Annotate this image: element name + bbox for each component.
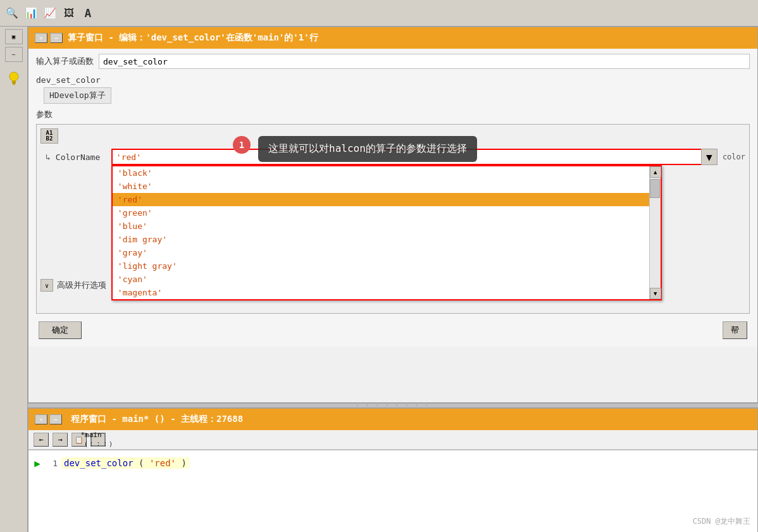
prog-close-btn[interactable]: ✕ <box>35 414 47 424</box>
left-sidebar: ▣ — <box>0 27 28 532</box>
win-min-btn[interactable]: — <box>50 33 63 43</box>
dropdown-items: 'black' 'white' 'red' 'green' 'blue' 'di… <box>113 166 649 299</box>
prog-tab-label: *main（：：：） <box>81 431 116 448</box>
search-icon[interactable]: 🔍 <box>5 6 19 20</box>
bottom-buttons: 确定 帮 <box>36 319 750 342</box>
annotation-bubble: 这里就可以对halcon的算子的参数进行选择 <box>258 136 477 162</box>
csdn-watermark: CSDN @龙中舞王 <box>693 516 750 527</box>
help-button[interactable]: 帮 <box>723 321 747 339</box>
code-paren-open: ( <box>139 458 144 468</box>
annotation-number: 1 <box>233 136 251 154</box>
code-text: dev_set_color ( 'red' ) <box>61 457 189 469</box>
param-type-label: color <box>723 152 745 161</box>
dropdown-scrollbar[interactable]: ▲ ▼ <box>649 166 661 299</box>
window-separator[interactable]: · · · · · · · · <box>28 403 758 408</box>
operator-type: HDevelop算子 <box>44 87 111 104</box>
svg-rect-3 <box>13 84 15 85</box>
scroll-track[interactable] <box>650 178 661 288</box>
dropdown-item-lightgray[interactable]: 'light gray' <box>113 259 649 273</box>
dropdown-item-magenta[interactable]: 'magenta' <box>113 286 649 299</box>
prog-min-btn[interactable]: — <box>49 414 62 424</box>
code-line-number: 1 <box>46 459 61 468</box>
chart-icon[interactable]: 📊 <box>24 6 38 20</box>
prog-back-btn[interactable]: ← <box>34 433 49 447</box>
code-arrow-icon: ▶ <box>28 457 46 469</box>
scroll-thumb[interactable] <box>650 179 660 198</box>
program-window: ✕ — 程序窗口 - main* () - 主线程：27688 ← → 📋 *m… <box>28 408 758 532</box>
font-icon[interactable]: A <box>81 6 95 20</box>
operator-window: ✕ — 算子窗口 - 编辑：'dev_set_color'在函数'main'的'… <box>28 27 758 403</box>
close-btn[interactable]: ▣ <box>5 29 23 44</box>
advanced-label: 高级并行选项 <box>57 280 106 291</box>
confirm-button[interactable]: 确定 <box>39 321 82 339</box>
operator-name: dev_set_color <box>36 75 750 85</box>
prog-corner-btns: ✕ — <box>35 414 62 424</box>
code-area: ▶ 1 dev_set_color ( 'red' ) <box>28 450 757 532</box>
code-fn-name: dev_set_color <box>64 458 134 468</box>
program-title-text: 程序窗口 - main* () - 主线程：27688 <box>71 414 243 425</box>
dropdown-item-blue[interactable]: 'blue' <box>113 220 649 233</box>
dropdown-item-white[interactable]: 'white' <box>113 180 649 193</box>
expand-advanced-btn[interactable]: ∨ <box>40 279 53 292</box>
code-line-1: ▶ 1 dev_set_color ( 'red' ) <box>28 454 757 472</box>
operator-window-body: 输入算子或函数 dev_set_color HDevelop算子 参数 A1B2 <box>28 49 757 347</box>
input-row: 输入算子或函数 <box>36 54 750 69</box>
dropdown-scrollbar-area: 'black' 'white' 'red' 'green' 'blue' 'di… <box>113 166 661 299</box>
dropdown-item-cyan[interactable]: 'cyan' <box>113 273 649 286</box>
dropdown-item-black[interactable]: 'black' <box>113 166 649 180</box>
scroll-up-btn[interactable]: ▲ <box>650 166 661 178</box>
dropdown-item-dimgray[interactable]: 'dim gray' <box>113 233 649 246</box>
param-name-colorname: ColorName <box>56 152 106 162</box>
graph-icon[interactable]: 📈 <box>43 6 57 20</box>
svg-rect-1 <box>12 81 16 82</box>
minimize-btn[interactable]: — <box>5 47 23 62</box>
color-dropdown[interactable]: 'black' 'white' 'red' 'green' 'blue' 'di… <box>111 165 662 300</box>
params-label: 参数 <box>36 109 750 120</box>
operator-input[interactable] <box>99 54 750 69</box>
params-icon-a1b2[interactable]: A1B2 <box>40 128 58 144</box>
param-dropdown-btn[interactable]: ▼ <box>701 149 718 165</box>
input-label: 输入算子或函数 <box>36 56 94 67</box>
code-paren-close: ) <box>181 458 186 468</box>
svg-rect-2 <box>12 82 16 84</box>
params-area: A1B2 ↳ ColorName ▼ <box>36 124 750 314</box>
dropdown-item-green[interactable]: 'green' <box>113 206 649 220</box>
scroll-down-btn[interactable]: ▼ <box>650 288 661 299</box>
program-window-title: ✕ — 程序窗口 - main* () - 主线程：27688 <box>28 409 757 430</box>
image-icon[interactable]: 🖼 <box>62 6 76 20</box>
param-arrow-icon: ↳ <box>46 152 51 162</box>
dropdown-item-gray[interactable]: 'gray' <box>113 246 649 259</box>
content-area: ✕ — 算子窗口 - 编辑：'dev_set_color'在函数'main'的'… <box>28 27 758 532</box>
operator-window-title: ✕ — 算子窗口 - 编辑：'dev_set_color'在函数'main'的'… <box>28 27 757 49</box>
main-layout: ▣ — ✕ — 算子窗口 - 编辑：'dev_set_color'在函数'mai… <box>0 27 758 532</box>
prog-tab-btn[interactable]: *main（：：：） <box>90 433 106 447</box>
svg-point-0 <box>9 72 18 81</box>
program-toolbar: ← → 📋 *main（：：：） <box>28 430 757 450</box>
light-bulb-icon <box>5 70 23 87</box>
top-toolbar: 🔍 📊 📈 🖼 A <box>0 0 758 27</box>
win-close-btn[interactable]: ✕ <box>35 33 47 43</box>
code-str-val: 'red' <box>149 458 176 468</box>
prog-forward-btn[interactable]: → <box>53 433 68 447</box>
dropdown-item-red[interactable]: 'red' <box>113 193 649 206</box>
